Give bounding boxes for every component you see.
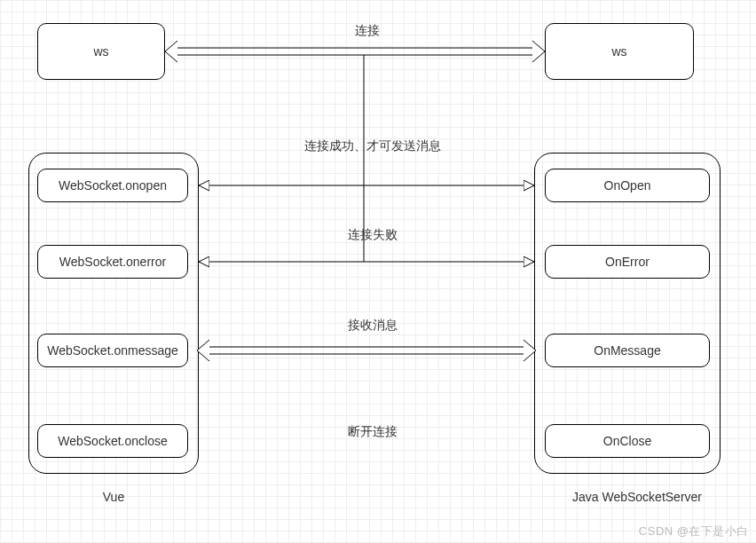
vue-onopen-node: WebSocket.onopen <box>37 169 188 202</box>
ws-left-node: ws <box>37 23 165 80</box>
java-onerror-label: OnError <box>605 255 650 269</box>
connect-label: 连接 <box>341 23 394 39</box>
vue-onerror-node: WebSocket.onerror <box>37 245 188 279</box>
java-onerror-node: OnError <box>545 245 710 279</box>
java-onclose-node: OnClose <box>545 424 710 458</box>
java-onclose-label: OnClose <box>603 434 651 448</box>
java-title: Java WebSocketServer <box>557 490 717 504</box>
onmessage-double-arrow <box>197 340 536 361</box>
fail-label: 连接失败 <box>337 227 408 243</box>
java-onopen-node: OnOpen <box>545 169 710 202</box>
vue-onmessage-label: WebSocket.onmessage <box>47 343 178 358</box>
ws-right-node: ws <box>545 23 694 80</box>
java-onopen-label: OnOpen <box>604 178 651 193</box>
vue-title: Vue <box>96 490 131 504</box>
java-onmessage-node: OnMessage <box>545 334 710 367</box>
vue-onclose-label: WebSocket.onclose <box>58 434 167 448</box>
java-onmessage-label: OnMessage <box>594 343 660 358</box>
watermark: CSDN @在下是小白 <box>639 523 749 539</box>
vue-onmessage-node: WebSocket.onmessage <box>37 334 188 367</box>
ws-right-label: ws <box>611 44 626 59</box>
receive-label: 接收消息 <box>337 318 408 334</box>
vue-onclose-node: WebSocket.onclose <box>37 424 188 458</box>
disconnect-label: 断开连接 <box>337 424 408 440</box>
success-label: 连接成功、才可发送消息 <box>284 138 461 154</box>
vue-onerror-label: WebSocket.onerror <box>59 255 166 269</box>
vue-onopen-label: WebSocket.onopen <box>59 178 167 193</box>
ws-connect-arrow <box>165 41 545 62</box>
ws-left-label: ws <box>93 44 108 59</box>
